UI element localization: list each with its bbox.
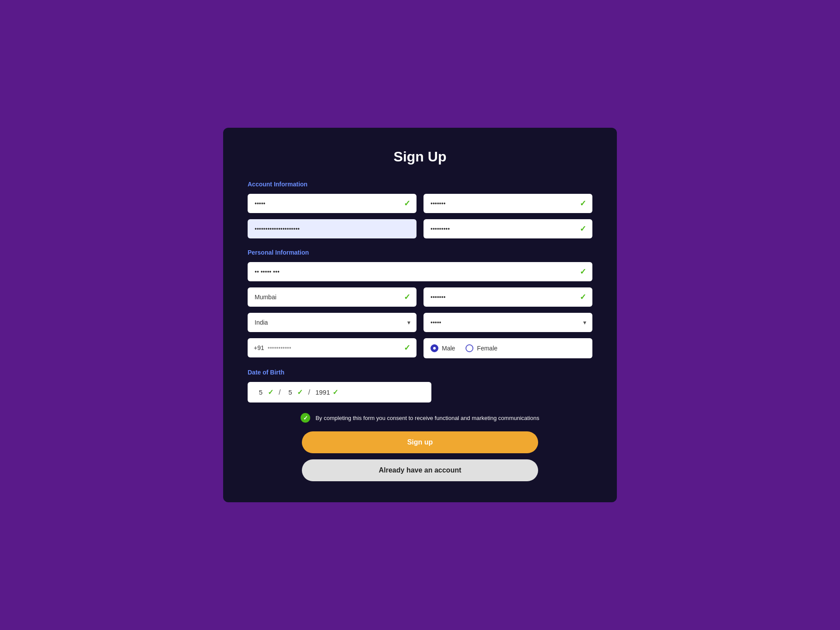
personal-row-2: ✓ ✓ (248, 287, 592, 307)
dob-year-part: 1991 ✓ (315, 388, 338, 396)
phone-input[interactable] (264, 338, 400, 357)
phone-check-icon: ✓ (404, 343, 410, 353)
gender-female-option[interactable]: Female (466, 344, 497, 352)
full-name-input[interactable] (248, 262, 592, 281)
dob-month-part: 5 ✓ (286, 388, 303, 396)
dob-day-check-icon: ✓ (268, 388, 273, 396)
password-group: ✓ (424, 219, 592, 238)
city-input[interactable] (248, 287, 416, 307)
gender-options: Male Female (424, 338, 592, 358)
country-group: India USA UK Australia ▾ (248, 313, 416, 332)
account-row-2: ✓ (248, 219, 592, 238)
dob-day-value: 5 (256, 388, 265, 396)
first-name-input[interactable] (248, 194, 416, 213)
consent-text: By completing this form you consent to r… (315, 415, 539, 421)
dob-section-label: Date of Birth (248, 369, 592, 376)
gender-group: Male Female (424, 338, 592, 358)
page-title: Sign Up (248, 149, 592, 165)
state-check-icon: ✓ (580, 292, 586, 302)
last-name-group: ✓ (424, 194, 592, 213)
password-input[interactable] (424, 219, 592, 238)
consent-check-icon[interactable] (301, 413, 310, 423)
dob-month-check-icon: ✓ (297, 388, 303, 396)
account-row-1: ✓ ✓ (248, 194, 592, 213)
gender-male-option[interactable]: Male (430, 344, 455, 352)
full-name-group: ✓ (248, 262, 592, 281)
region-group: ••••• Region 2 ▾ (424, 313, 592, 332)
personal-row-1: ✓ (248, 262, 592, 281)
personal-section-label: Personal Information (248, 249, 592, 256)
dob-separator-2: / (308, 388, 310, 396)
personal-section: Personal Information ✓ ✓ ✓ India USA (248, 249, 592, 358)
dob-box: 5 ✓ / 5 ✓ / 1991 ✓ (248, 382, 431, 402)
state-group: ✓ (424, 287, 592, 307)
dob-month-value: 5 (286, 388, 294, 396)
password-check-icon: ✓ (580, 224, 586, 234)
account-section-label: Account Information (248, 181, 592, 188)
consent-row: By completing this form you consent to r… (248, 413, 592, 423)
phone-group: +91 ✓ (248, 338, 416, 358)
personal-row-4: +91 ✓ Male Female (248, 338, 592, 358)
last-name-input[interactable] (424, 194, 592, 213)
city-check-icon: ✓ (404, 292, 410, 302)
full-name-check-icon: ✓ (580, 267, 586, 276)
dob-year-value: 1991 (315, 388, 330, 396)
gender-male-label: Male (442, 345, 455, 352)
dob-day-part: 5 ✓ (256, 388, 273, 396)
state-input[interactable] (424, 287, 592, 307)
already-have-account-button[interactable]: Already have an account (302, 459, 538, 481)
city-group: ✓ (248, 287, 416, 307)
signup-card: Sign Up Account Information ✓ ✓ ✓ Per (223, 128, 617, 502)
email-input[interactable] (248, 219, 416, 238)
gender-male-radio[interactable] (430, 344, 438, 352)
email-group (248, 219, 416, 238)
first-name-check-icon: ✓ (404, 199, 410, 208)
signup-button[interactable]: Sign up (302, 431, 538, 453)
gender-female-label: Female (477, 345, 497, 352)
dob-separator-1: / (279, 388, 280, 396)
personal-row-3: India USA UK Australia ▾ ••••• Region 2 … (248, 313, 592, 332)
dob-year-check-icon: ✓ (332, 388, 338, 396)
phone-prefix-label: +91 (254, 344, 264, 351)
region-select[interactable]: ••••• Region 2 (424, 313, 592, 332)
gender-female-radio[interactable] (466, 344, 473, 352)
account-section: Account Information ✓ ✓ ✓ (248, 181, 592, 238)
country-select[interactable]: India USA UK Australia (248, 313, 416, 332)
last-name-check-icon: ✓ (580, 199, 586, 208)
dob-section: Date of Birth 5 ✓ / 5 ✓ / 1991 ✓ (248, 369, 592, 402)
first-name-group: ✓ (248, 194, 416, 213)
